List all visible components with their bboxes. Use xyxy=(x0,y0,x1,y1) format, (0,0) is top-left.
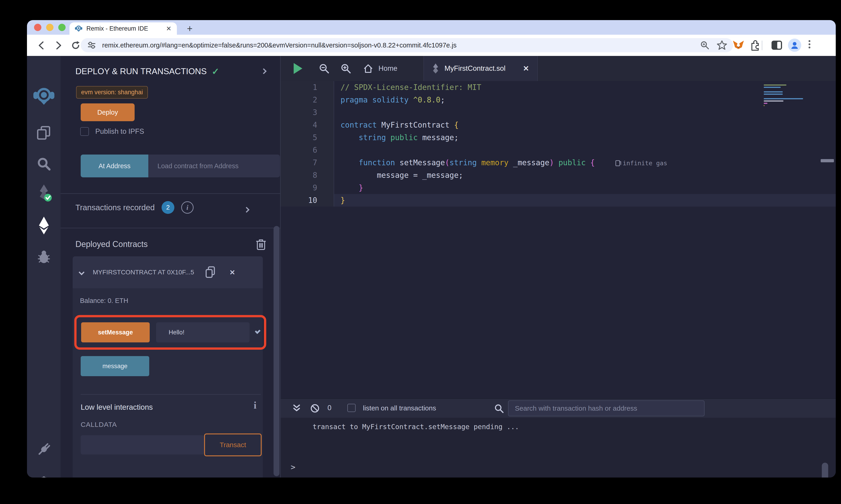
deploy-button[interactable]: Deploy xyxy=(81,103,135,121)
url-text: remix.ethereum.org/#lang=en&optimize=fal… xyxy=(102,41,700,49)
code-line[interactable]: 5 string public message; xyxy=(281,131,836,144)
low-level-title: Low level interactions xyxy=(81,403,153,412)
at-address-button[interactable]: At Address xyxy=(81,155,148,177)
remix-app: DEPLOY & RUN TRANSACTIONS ✓ evm version:… xyxy=(27,56,836,478)
low-level-info-icon[interactable]: i xyxy=(254,399,256,411)
fullscreen-window-button[interactable] xyxy=(58,24,66,31)
zoom-in-icon[interactable] xyxy=(340,56,351,81)
remove-instance-icon[interactable]: ✕ xyxy=(229,268,235,276)
line-number: 2 xyxy=(281,94,334,106)
tab-home[interactable]: Home xyxy=(363,56,397,81)
terminal-body[interactable]: transact to MyFirstContract.setMessage p… xyxy=(281,418,836,478)
code-line[interactable]: 6 xyxy=(281,144,836,156)
deployed-contracts-title: Deployed Contracts xyxy=(75,239,148,249)
message-getter-button[interactable]: message xyxy=(81,356,149,376)
line-number: 6 xyxy=(281,144,334,156)
set-message-input[interactable] xyxy=(156,322,250,342)
tab-close-icon[interactable]: ✕ xyxy=(166,25,171,32)
url-bar[interactable]: remix.ethereum.org/#lang=en&optimize=fal… xyxy=(81,38,733,52)
code-line[interactable]: 9 } xyxy=(281,181,836,194)
code-line[interactable]: 8 message = _message; xyxy=(281,169,836,181)
back-icon[interactable] xyxy=(36,40,47,51)
line-number: 7 xyxy=(281,156,334,169)
deploy-and-run-icon[interactable] xyxy=(27,217,61,234)
line-number: 8 xyxy=(281,169,334,181)
code-line[interactable]: 7 function setMessage(string memory _mes… xyxy=(281,156,836,169)
terminal-search-icon xyxy=(494,404,504,413)
code-line[interactable]: 2pragma solidity ^0.8.0; xyxy=(281,94,836,106)
load-contract-input[interactable] xyxy=(148,155,280,177)
zoom-out-icon[interactable] xyxy=(318,56,330,81)
line-number: 1 xyxy=(281,81,334,94)
forward-icon[interactable] xyxy=(53,40,64,51)
plugin-manager-icon[interactable] xyxy=(27,442,61,457)
code-line[interactable]: 1// SPDX-License-Identifier: MIT xyxy=(281,81,836,94)
zoom-page-icon[interactable] xyxy=(700,40,710,50)
tab-close-icon[interactable]: ✕ xyxy=(523,64,529,73)
editor-tabbar: Home MyFirstContract.sol ✕ xyxy=(281,56,836,81)
transactions-recorded-label: Transactions recorded xyxy=(75,203,155,212)
toolbar-separator xyxy=(762,41,762,50)
panel-expand-chevron-icon[interactable] xyxy=(261,68,267,74)
terminal-scrollbar[interactable] xyxy=(822,463,828,478)
listen-transactions-label: listen on all transactions xyxy=(363,404,436,412)
divider xyxy=(61,193,280,194)
tab-title: Remix - Ethereum IDE xyxy=(86,25,162,32)
file-explorer-icon[interactable] xyxy=(27,125,61,141)
tab-myfirstcontract[interactable]: MyFirstContract.sol ✕ xyxy=(424,56,538,81)
transact-button[interactable]: Transact xyxy=(204,433,262,456)
annotation-highlight-box: setMessage xyxy=(74,315,266,350)
chrome-menu-icon[interactable] xyxy=(809,39,810,50)
clear-console-icon[interactable] xyxy=(310,403,320,413)
code-text: string public message; xyxy=(334,131,836,144)
copy-address-icon[interactable] xyxy=(205,266,216,279)
contract-balance: Balance: 0. ETH xyxy=(80,297,128,305)
extensions-icon[interactable] xyxy=(749,39,761,51)
solidity-compiler-icon[interactable] xyxy=(27,184,61,202)
solidity-file-icon xyxy=(432,64,439,73)
panel-title: DEPLOY & RUN TRANSACTIONS xyxy=(75,67,207,76)
expand-args-chevron-icon[interactable] xyxy=(255,328,260,334)
transactions-expand-chevron-icon[interactable] xyxy=(244,207,249,213)
new-tab-button[interactable]: + xyxy=(187,23,193,34)
transactions-count-badge: 2 xyxy=(161,201,174,214)
contract-instance-header[interactable]: MYFIRSTCONTRACT AT 0X10F...5 ✕ xyxy=(73,256,263,288)
minimize-window-button[interactable] xyxy=(46,24,53,31)
code-text: pragma solidity ^0.8.0; xyxy=(334,94,836,106)
line-number: 4 xyxy=(281,119,334,131)
code-line[interactable]: 10} xyxy=(281,194,836,206)
debugger-icon[interactable] xyxy=(27,248,61,264)
infinite-gas-annotation: infinite gas xyxy=(615,160,667,167)
line-number: 9 xyxy=(281,181,334,194)
calldata-input[interactable] xyxy=(81,435,204,454)
trash-icon[interactable] xyxy=(256,238,266,250)
panel-scrollbar[interactable] xyxy=(274,226,279,476)
site-settings-icon[interactable] xyxy=(87,41,96,50)
code-line[interactable]: 3 xyxy=(281,106,836,119)
set-message-button[interactable]: setMessage xyxy=(81,322,150,342)
code-line[interactable]: 4contract MyFirstContract { xyxy=(281,119,836,131)
reload-icon[interactable] xyxy=(70,40,81,51)
terminal-search-input[interactable] xyxy=(508,400,705,416)
line-number: 5 xyxy=(281,131,334,144)
settings-gear-icon[interactable] xyxy=(27,473,61,478)
collapse-chevron-icon[interactable] xyxy=(79,269,84,275)
collapse-terminal-icon[interactable] xyxy=(292,404,301,412)
compile-success-check-icon: ✓ xyxy=(212,66,219,77)
metamask-icon[interactable] xyxy=(732,39,745,52)
close-window-button[interactable] xyxy=(34,24,41,31)
code-text: } xyxy=(334,194,836,206)
terminal-prompt: > xyxy=(291,463,295,472)
terminal: 0 listen on all transactions transact to… xyxy=(281,398,836,478)
publish-ipfs-checkbox[interactable] xyxy=(80,127,89,136)
side-panel-icon[interactable] xyxy=(772,41,782,50)
listen-transactions-checkbox[interactable] xyxy=(347,404,356,412)
code-editor[interactable]: 1// SPDX-License-Identifier: MIT2pragma … xyxy=(281,81,836,398)
bookmark-star-icon[interactable] xyxy=(717,40,727,51)
minimap[interactable] xyxy=(764,83,805,107)
search-icon[interactable] xyxy=(27,156,61,172)
browser-tab[interactable]: Remix - Ethereum IDE ✕ xyxy=(69,22,177,35)
transactions-info-icon[interactable]: i xyxy=(181,201,193,214)
run-script-play-icon[interactable] xyxy=(293,56,303,81)
profile-avatar[interactable] xyxy=(788,39,801,52)
